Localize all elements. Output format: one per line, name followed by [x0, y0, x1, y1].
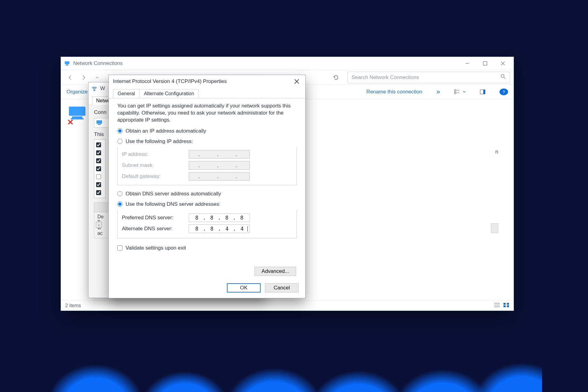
close-button[interactable] [291, 76, 302, 87]
intro-text: You can get IP settings assigned automat… [117, 103, 297, 124]
ipv4-properties-dialog: Internet Protocol Version 4 (TCP/IPv4) P… [108, 75, 306, 298]
help-icon[interactable]: ? [499, 89, 508, 95]
svg-rect-5 [454, 90, 456, 91]
list-item[interactable] [96, 141, 104, 149]
svg-rect-0 [65, 61, 70, 64]
cancel-button[interactable]: Cancel [265, 283, 299, 292]
ok-button[interactable]: OK [227, 283, 261, 292]
alternate-dns-label: Alternate DNS server: [122, 226, 183, 232]
ip-address-label: IP address: [122, 151, 183, 157]
tab-alternate-config[interactable]: Alternate Configuration [139, 89, 199, 98]
radio-label: Obtain DNS server address automatically [126, 191, 221, 197]
alternate-dns-field[interactable]: 8. 8. 4. 4 [189, 224, 250, 233]
use-following-ip-radio[interactable]: Use the following IP address: [117, 138, 297, 145]
default-gateway-label: Default gateway: [122, 173, 183, 179]
radio-label: Use the following DNS server addresses: [126, 201, 221, 207]
preferred-dns-field[interactable]: 8. 8. 8. 8 [189, 213, 250, 222]
list-item[interactable] [96, 165, 104, 173]
list-item[interactable] [96, 149, 104, 157]
tab-networking-label: Netwo [96, 98, 110, 103]
search-icon [500, 74, 506, 81]
search-placeholder: Search Network Connections [352, 74, 419, 81]
ipv4-tabs: General Alternate Configuration [109, 88, 305, 98]
maximize-button[interactable] [476, 57, 494, 70]
desktop-wallpaper [46, 328, 542, 392]
rename-label: Rename this connection [366, 89, 422, 95]
svg-point-4 [501, 74, 504, 77]
radio-input[interactable] [117, 128, 123, 134]
list-item[interactable] [96, 173, 104, 181]
advanced-button[interactable]: Advanced... [254, 267, 296, 276]
svg-rect-1 [66, 64, 68, 65]
nav-back-icon[interactable] [66, 73, 74, 82]
nav-forward-icon[interactable] [79, 73, 88, 82]
validate-on-exit-checkbox[interactable]: Validate settings upon exit [117, 245, 297, 251]
svg-rect-16 [96, 120, 102, 124]
dns-octet: 8 [206, 215, 218, 221]
radio-label: Use the following IP address: [126, 138, 193, 145]
tab-general[interactable]: General [113, 89, 140, 98]
item-checkbox[interactable] [96, 150, 101, 155]
obtain-dns-auto-radio[interactable]: Obtain DNS server address automatically [117, 191, 297, 197]
organize-label: Organize [66, 89, 88, 95]
close-button[interactable] [494, 57, 512, 70]
default-gateway-field: . . . [189, 172, 250, 181]
svg-rect-14 [503, 305, 506, 307]
minimize-button[interactable] [458, 57, 476, 70]
obtain-ip-auto-radio[interactable]: Obtain an IP address automatically [117, 128, 297, 134]
list-item[interactable] [96, 157, 104, 165]
svg-rect-9 [69, 107, 85, 116]
item-checkbox[interactable] [96, 158, 101, 163]
list-item[interactable] [96, 189, 104, 197]
large-icons-view-icon[interactable] [503, 303, 509, 309]
nav-history-dropdown-icon[interactable] [93, 73, 101, 82]
details-view-icon[interactable] [494, 303, 500, 309]
svg-rect-12 [503, 303, 506, 305]
dns-octet: 4 [236, 226, 248, 232]
titlebar[interactable]: Network Connections [61, 57, 514, 70]
ip-address-field: . . . [189, 150, 250, 159]
radio-input[interactable] [117, 202, 123, 207]
network-items-list[interactable] [94, 139, 106, 198]
svg-rect-13 [507, 303, 509, 305]
network-connections-icon [64, 60, 70, 66]
preview-pane-button[interactable] [480, 89, 485, 95]
tab-general-label: General [118, 91, 135, 96]
svg-rect-3 [483, 62, 487, 65]
adapter-icon [91, 85, 98, 92]
subnet-mask-field: . . . [189, 161, 250, 170]
item-checkbox[interactable] [96, 142, 101, 147]
item-checkbox[interactable] [96, 174, 101, 179]
subnet-mask-label: Subnet mask: [122, 162, 183, 168]
item-checkbox[interactable] [96, 190, 101, 195]
svg-rect-6 [454, 92, 456, 94]
status-bar: 2 items [61, 300, 514, 311]
adapter-title-fragment: W [100, 85, 105, 92]
search-input[interactable]: Search Network Connections [348, 72, 510, 83]
dns-octet: 8 [191, 226, 203, 232]
item-checkbox[interactable] [96, 182, 101, 187]
radio-input[interactable] [117, 139, 123, 144]
ipv4-title: Internet Protocol Version 4 (TCP/IPv4) P… [113, 78, 291, 85]
checkbox-input[interactable] [117, 245, 123, 251]
preferred-dns-label: Preferred DNS server: [122, 215, 183, 221]
text-caret [247, 226, 248, 232]
dns-octet: 4 [221, 226, 233, 232]
radio-label: Obtain an IP address automatically [126, 128, 206, 134]
rename-connection-link[interactable]: Rename this connection [366, 89, 422, 95]
item-checkbox[interactable] [96, 166, 101, 171]
window-title: Network Connections [73, 60, 123, 66]
scroll-left-icon[interactable]: ‹ [96, 222, 102, 228]
adapter-device-icon [96, 120, 103, 126]
organize-menu[interactable]: Organize [66, 89, 88, 95]
obscured-button-fragment [491, 223, 498, 233]
overflow-chevron-icon[interactable]: » [436, 89, 440, 95]
svg-rect-8 [483, 90, 485, 94]
ipv4-titlebar[interactable]: Internet Protocol Version 4 (TCP/IPv4) P… [109, 75, 305, 88]
view-mode-dropdown[interactable] [454, 89, 466, 95]
list-item[interactable] [96, 181, 104, 189]
disconnected-icon: ✕ [67, 118, 74, 127]
radio-input[interactable] [117, 191, 123, 196]
refresh-icon[interactable] [332, 73, 340, 82]
use-following-dns-radio[interactable]: Use the following DNS server addresses: [117, 201, 297, 207]
